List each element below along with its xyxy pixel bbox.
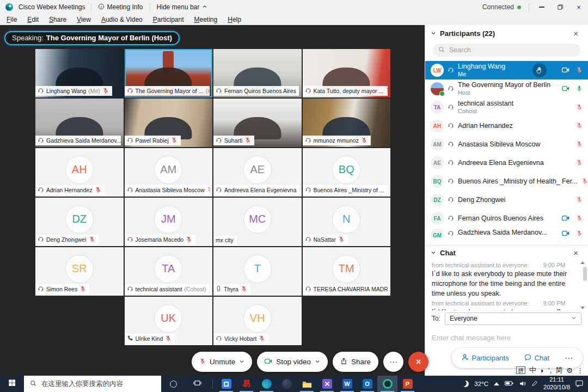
action-center-icon[interactable] bbox=[575, 380, 583, 388]
mic-muted-icon[interactable] bbox=[576, 121, 583, 131]
taskbar-app-word[interactable]: W bbox=[337, 376, 357, 392]
menu-view[interactable]: View bbox=[77, 16, 91, 23]
moon-icon[interactable] bbox=[462, 381, 469, 387]
pen-icon[interactable] bbox=[532, 380, 538, 388]
video-tile[interactable]: The Governing Mayor of ...(Host) bbox=[125, 49, 213, 97]
taskbar-search-input[interactable]: 在这里输入你要搜索的内容 bbox=[24, 376, 161, 392]
video-tile[interactable]: MC mx city bbox=[213, 198, 302, 246]
video-tile[interactable]: JM Josemaria Macedo bbox=[125, 198, 213, 246]
close-participants-button[interactable]: × bbox=[570, 28, 581, 39]
mic-live-icon[interactable] bbox=[576, 84, 583, 94]
video-tile[interactable]: Pawel Rabiej bbox=[125, 99, 213, 147]
menu-share[interactable]: Share bbox=[49, 16, 66, 23]
camera-icon[interactable] bbox=[562, 84, 569, 94]
taskbar-app-netease-mail[interactable]: 易 bbox=[236, 376, 256, 392]
task-view-button[interactable] bbox=[185, 376, 209, 392]
ime-button[interactable]: 中 bbox=[529, 365, 536, 375]
participant-row[interactable]: LW Linghang WangMe bbox=[425, 61, 588, 79]
video-tile[interactable]: AE Andreeva Elena Evgenievna bbox=[213, 148, 302, 197]
participant-row[interactable]: DZ Deng Zhongwei bbox=[425, 191, 588, 209]
chat-toggle-button[interactable]: Chat bbox=[521, 353, 553, 363]
participant-row[interactable]: AH Adrian Hernandez bbox=[425, 117, 588, 135]
taskbar-app-globe[interactable] bbox=[277, 376, 297, 392]
temperature[interactable]: 32°C bbox=[474, 381, 488, 387]
video-tile[interactable]: mmunoz mmunoz bbox=[303, 99, 391, 147]
menu-audio-video[interactable]: Audio & Video bbox=[101, 16, 143, 23]
taskbar-app-edge[interactable] bbox=[256, 376, 277, 392]
chevron-down-icon[interactable] bbox=[315, 358, 320, 366]
more-options-button[interactable]: ⋯ bbox=[383, 352, 403, 372]
mic-muted-icon[interactable] bbox=[576, 139, 583, 149]
unmute-button[interactable]: Unmute bbox=[192, 352, 252, 372]
close-chat-button[interactable]: × bbox=[570, 248, 581, 258]
mic-muted-icon[interactable] bbox=[576, 158, 583, 168]
ime-button[interactable]: ⋮ bbox=[577, 366, 584, 375]
restore-button[interactable] bbox=[551, 0, 569, 14]
video-tile[interactable]: AH Adrian Hernandez bbox=[35, 148, 124, 197]
taskbar-app-mindmanager[interactable] bbox=[317, 376, 337, 392]
share-button[interactable]: Share bbox=[333, 352, 378, 372]
video-tile[interactable]: N NaSattar bbox=[303, 198, 391, 246]
video-tile[interactable]: BQ Buenos Aires _Ministry of ... bbox=[303, 148, 391, 197]
panel-more-button[interactable]: ⋯ bbox=[561, 353, 576, 364]
participant-row[interactable]: AM Anastasia Sibileva Moscow bbox=[425, 135, 588, 154]
battery-icon[interactable] bbox=[505, 381, 513, 387]
menu-meeting[interactable]: Meeting bbox=[194, 16, 218, 23]
participant-row[interactable]: FA Fernan Quiros Buenos Aires bbox=[425, 209, 588, 228]
ime-button[interactable]: 拼 bbox=[516, 366, 525, 374]
video-tile[interactable]: Linghang Wang (Me) bbox=[35, 49, 124, 97]
chat-scroll-thumb[interactable] bbox=[583, 267, 587, 281]
meeting-info-button[interactable]: Meeting Info bbox=[97, 3, 144, 11]
menu-help[interactable]: Help bbox=[228, 16, 241, 23]
video-tile[interactable]: VH Vicky Hobart bbox=[213, 297, 302, 345]
video-tile[interactable]: Fernan Quiros Buenos Aires bbox=[213, 49, 302, 97]
taskbar-app-blue-app[interactable] bbox=[216, 376, 236, 392]
hide-menu-bar-button[interactable]: Hide menu bar bbox=[156, 3, 209, 11]
taskbar-app-webex[interactable] bbox=[377, 376, 397, 392]
close-button[interactable]: × bbox=[569, 0, 588, 14]
leave-meeting-button[interactable]: × bbox=[408, 352, 428, 372]
participant-search-input[interactable]: Search bbox=[433, 44, 580, 57]
mic-muted-icon[interactable] bbox=[576, 229, 583, 238]
video-tile[interactable]: UK Ulrike Kind bbox=[125, 297, 213, 345]
minimize-button[interactable] bbox=[532, 0, 551, 14]
ime-button[interactable]: 简 bbox=[555, 365, 562, 375]
clock[interactable]: 21:11 2020/10/8 bbox=[543, 376, 570, 391]
video-tile[interactable]: DZ Deng Zhongwei bbox=[35, 198, 124, 246]
mic-muted-icon[interactable] bbox=[576, 213, 583, 223]
chevron-up-icon[interactable] bbox=[494, 382, 499, 385]
volume-icon[interactable] bbox=[519, 380, 526, 388]
camera-icon[interactable] bbox=[562, 213, 569, 223]
video-tile[interactable]: T Thyra bbox=[213, 247, 302, 296]
mic-muted-icon[interactable] bbox=[576, 102, 583, 112]
participant-row[interactable]: AE Andreeva Elena Evgenievna bbox=[425, 154, 588, 172]
taskbar-app-file-explorer[interactable] bbox=[297, 376, 317, 392]
menu-edit[interactable]: Edit bbox=[27, 16, 39, 23]
menu-file[interactable]: File bbox=[7, 16, 17, 23]
video-tile[interactable]: Gadzhieva Saida Merdanov... bbox=[35, 99, 124, 147]
video-tile[interactable]: Suharti bbox=[213, 99, 302, 147]
taskbar-app-powerpoint[interactable]: P bbox=[397, 376, 418, 392]
participant-row[interactable]: TA technical assistantCohost bbox=[425, 98, 588, 117]
cortana-button[interactable] bbox=[161, 376, 185, 392]
video-tile[interactable]: TM TERESA CHAVARRIA MADR... bbox=[303, 247, 391, 296]
ime-button[interactable]: ⚙ bbox=[566, 366, 573, 375]
taskbar-app-outlook[interactable]: O bbox=[357, 376, 377, 392]
chevron-down-icon[interactable] bbox=[431, 249, 436, 257]
raise-hand-button[interactable] bbox=[532, 63, 547, 77]
video-tile[interactable]: Kata Tutto, deputy mayor ... bbox=[303, 49, 391, 97]
camera-icon[interactable] bbox=[562, 65, 569, 75]
ime-button[interactable]: ◗ bbox=[540, 366, 544, 375]
video-tile[interactable]: TA technical assistant (Cohost) bbox=[125, 247, 213, 296]
stop-video-button[interactable]: Stop video bbox=[257, 352, 328, 372]
chevron-down-icon[interactable] bbox=[239, 358, 244, 366]
participants-toggle-button[interactable]: Participants bbox=[458, 353, 512, 363]
menu-participant[interactable]: Participant bbox=[153, 16, 184, 23]
chevron-down-icon[interactable] bbox=[431, 29, 436, 38]
start-button[interactable] bbox=[0, 376, 24, 392]
mic-muted-icon[interactable] bbox=[576, 195, 583, 205]
video-tile[interactable]: SR Simon Rees bbox=[35, 247, 124, 296]
mic-muted-icon[interactable] bbox=[581, 176, 588, 186]
participant-row[interactable]: The Governing Mayor of BerlinHost bbox=[425, 79, 588, 98]
recipient-select[interactable]: Everyone bbox=[445, 313, 581, 325]
